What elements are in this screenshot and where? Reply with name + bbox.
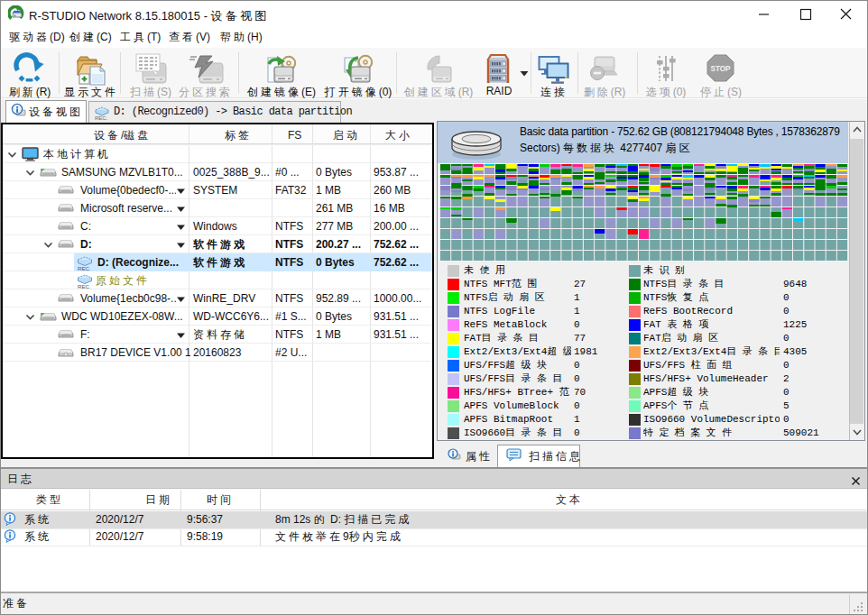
svg-text:REC.: REC. bbox=[95, 115, 108, 120]
svg-text:STOP: STOP bbox=[710, 65, 731, 73]
svg-text:REC.: REC. bbox=[78, 283, 91, 289]
svg-text:REC.: REC. bbox=[78, 265, 91, 271]
